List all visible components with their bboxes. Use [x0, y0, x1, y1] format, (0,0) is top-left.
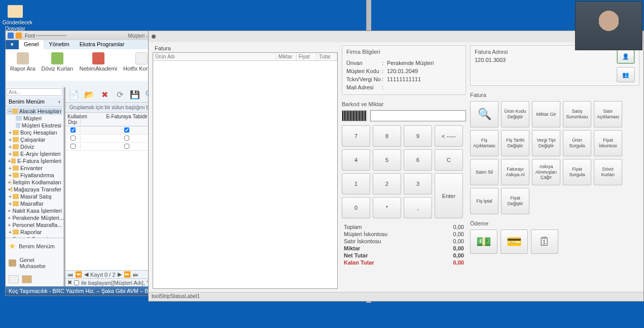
tree-node[interactable]: +Çalışanlar — [7, 136, 62, 143]
nav-prevpage[interactable]: ⏪ — [75, 271, 82, 278]
col-tutar[interactable]: Tutar — [317, 53, 337, 60]
new-record-button[interactable]: 📄 — [68, 89, 80, 101]
key-2[interactable]: 2 — [373, 173, 401, 194]
col-kullanim[interactable]: Kullanım Dışı — [65, 113, 81, 126]
font-selector[interactable] — [36, 35, 66, 36]
star-icon: ★ — [9, 241, 16, 251]
barcode-input[interactable] — [370, 110, 466, 121]
delete-button[interactable]: ✖ — [99, 89, 110, 101]
menu-benim[interactable]: ★Benim Menüm — [6, 238, 63, 254]
tree-node[interactable]: +İletişim Kodlamaları — [7, 179, 62, 186]
ribbon-tab-file[interactable]: ▾ — [6, 40, 19, 49]
tree-node[interactable]: +Raporlar — [7, 228, 62, 236]
act-miktar[interactable]: Miktar Gir — [532, 101, 560, 127]
nav-nextpage[interactable]: ⏩ — [124, 271, 131, 278]
act-vergi-tipi[interactable]: Vergi Tipi Değiştir — [532, 130, 560, 156]
nav-prev[interactable]: ◀ — [84, 271, 88, 278]
tree-node[interactable]: +E-Arşiv İşlemleri — [7, 150, 62, 157]
act-urun-kodu[interactable]: Ürün Kodu Değiştir — [501, 101, 529, 127]
tree-node[interactable]: +Borç Hesapları — [7, 129, 62, 136]
ribbon-tab-ekstra[interactable]: Ekstra Programlar — [75, 40, 130, 49]
tree-node[interactable]: Müşteri Ekstresi — [7, 122, 62, 129]
act-askiya-al[interactable]: Faturayı Askıya Al — [501, 159, 529, 185]
act-fis-iptal[interactable]: Fiş İptal — [470, 188, 498, 214]
act-fiyat-sorgula[interactable]: Fiyat Sorgula — [563, 159, 591, 185]
save-button[interactable]: 💾 — [129, 89, 140, 101]
act-satis-sorumlusu[interactable]: Satış Sorumlusu — [563, 101, 591, 127]
ribbon-nebim[interactable]: NebimAkademi — [78, 51, 119, 79]
key-3[interactable]: 3 — [404, 173, 432, 194]
menu-genel-muhasebe[interactable]: Genel Muhasebe — [6, 254, 63, 272]
ribbon-doviz[interactable]: Döviz Kurları — [40, 51, 75, 79]
nav-next[interactable]: ▶ — [118, 271, 122, 278]
tree-node[interactable]: +Personel Masrafla... — [7, 221, 62, 228]
key-0[interactable]: 0 — [342, 197, 370, 218]
invoice-grid: Ürün Adı Miktar Fiyat Tutar — [153, 52, 338, 289]
open-button[interactable]: 📂 — [84, 89, 95, 101]
box2-icon[interactable] — [22, 275, 32, 283]
ribbon-tab-genel[interactable]: Genel — [19, 40, 44, 49]
tree-node[interactable]: +Fiyatlandırma — [7, 172, 62, 179]
pay-card-button[interactable]: 💳 — [500, 229, 528, 254]
action-panel: Fatura 🔍 Ürün Kodu Değiştir Miktar Gir S… — [470, 92, 639, 214]
key-enter[interactable]: Enter — [435, 173, 463, 218]
collapse-icon[interactable]: ‹ — [58, 99, 60, 105]
key-comma[interactable]: , — [404, 197, 432, 218]
key-back[interactable]: < ----- — [435, 125, 463, 147]
desktop-folder[interactable]: Gönderilecek Dosyalar — [3, 5, 28, 31]
tree-node[interactable]: +Nakit Kasa İşlemleri — [7, 207, 62, 214]
pos-status-bar: toolStripStatusLabel1 — [149, 292, 643, 301]
address-lookup-button[interactable]: 👥 — [617, 67, 635, 82]
key-9[interactable]: 9 — [404, 125, 432, 147]
webcam-overlay — [575, 1, 642, 50]
key-5[interactable]: 5 — [373, 149, 401, 171]
act-fiyat-degistir[interactable]: Fiyat Değiştir — [501, 188, 529, 214]
act-satir-sil[interactable]: Satırı Sil — [470, 159, 498, 185]
tree-node[interactable]: +Masraf Satış — [7, 193, 62, 200]
key-6[interactable]: 6 — [404, 149, 432, 171]
menu-header[interactable]: Benim Menüm ‹ — [6, 97, 63, 107]
nav-last[interactable]: ⏭ — [133, 272, 138, 278]
pay-cash-button[interactable]: 💵 — [470, 229, 497, 254]
ribbon-tab-yonetim[interactable]: Yönetim — [44, 40, 74, 49]
act-fis-tarihi[interactable]: Fiş Tarihi Değiştir — [501, 130, 529, 156]
key-7[interactable]: 7 — [342, 125, 370, 147]
address-edit-button[interactable]: 👤 — [617, 49, 635, 64]
pos-middle: Firma Bilgileri Ünvan:Perakende Müşteri … — [342, 45, 466, 289]
filter-chk1[interactable] — [70, 127, 76, 133]
quick-icon[interactable] — [16, 32, 22, 39]
pay-other-button[interactable]: 🗓 — [531, 229, 558, 254]
tree-node[interactable]: +Perakende Müşteri... — [7, 214, 62, 221]
barcode-icon — [342, 110, 367, 121]
act-fis-aciklama[interactable]: Fiş Açıklaması — [470, 130, 498, 156]
act-aski-cagir[interactable]: Askıya Alınmışları Çağır — [532, 159, 560, 185]
tree-node[interactable]: +Mağazaya Transfer — [7, 186, 62, 193]
act-satir-aciklama[interactable]: Satır Açıklaması — [594, 101, 622, 127]
act-fiyat-iskonto[interactable]: Fiyat İskontosı — [594, 130, 622, 156]
tree-node[interactable]: +E-Fatura İşlemleri — [7, 157, 62, 165]
pin-icon[interactable] — [152, 35, 156, 39]
tree-node[interactable]: +Masraflar — [7, 200, 62, 207]
tree-node[interactable]: +Envanter — [7, 165, 62, 172]
key-4[interactable]: 4 — [342, 149, 370, 171]
act-doviz[interactable]: Döviz Kurları — [594, 159, 622, 185]
nav-first[interactable]: ⏮ — [67, 272, 73, 278]
key-star[interactable]: * — [373, 197, 401, 218]
key-c[interactable]: C — [435, 149, 463, 171]
ribbon-rapor[interactable]: Rapor Ara — [9, 51, 37, 79]
key-8[interactable]: 8 — [373, 125, 401, 147]
act-search[interactable]: 🔍 — [470, 101, 498, 127]
key-1[interactable]: 1 — [342, 173, 370, 194]
tree-node[interactable]: Müşteri — [7, 115, 62, 122]
tree-node[interactable]: −Alacak Hesapları — [7, 108, 62, 115]
tree-node[interactable]: +Döviz — [7, 143, 62, 150]
filter-chk2[interactable] — [124, 127, 129, 133]
chart-icon[interactable] — [9, 275, 19, 283]
col-fiyat[interactable]: Fiyat — [297, 53, 317, 60]
refresh-button[interactable]: ⟳ — [114, 89, 125, 101]
act-urun-sorgula[interactable]: Ürün Sorgula — [563, 130, 591, 156]
col-urun[interactable]: Ürün Adı — [153, 53, 276, 60]
app-icon — [8, 32, 14, 39]
col-miktar[interactable]: Miktar — [276, 53, 297, 60]
search-input[interactable]: Ara... — [7, 88, 62, 96]
